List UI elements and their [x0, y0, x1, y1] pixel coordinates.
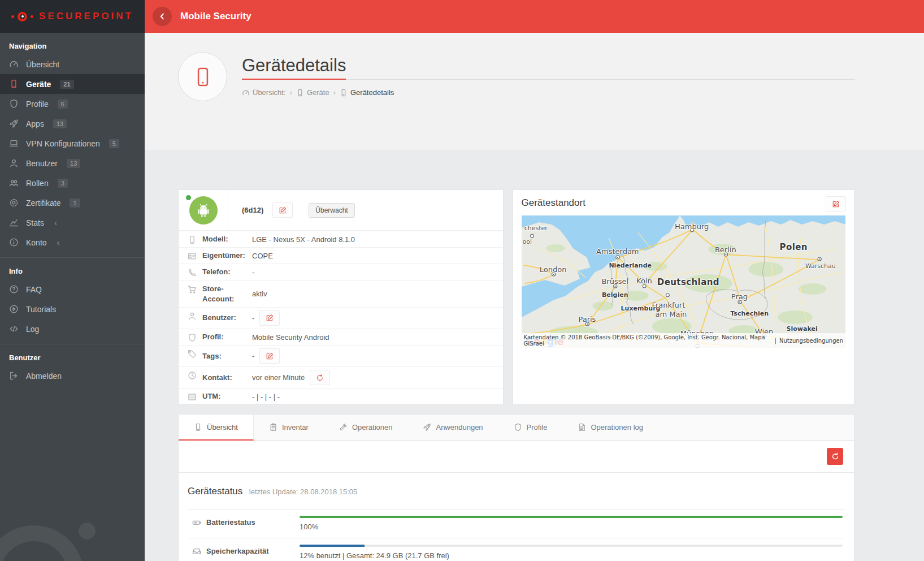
chart-icon: [9, 218, 19, 227]
device-avatar-cell: [179, 190, 228, 230]
sidebar-item-uebersicht[interactable]: Übersicht: [0, 54, 145, 74]
map-label: Frankfurt: [652, 300, 685, 309]
sidebar-item-abmelden[interactable]: Abmelden: [0, 366, 145, 386]
shield-icon: [514, 423, 522, 431]
sidebar-item-konto[interactable]: Konto ‹: [0, 232, 145, 252]
chevron-left-icon: ‹: [54, 218, 57, 227]
sidebar-item-apps[interactable]: Apps 13: [0, 114, 145, 133]
map-label: Warschau: [805, 262, 836, 269]
map-label: ool: [523, 238, 532, 245]
edit-icon: [266, 352, 274, 360]
map-label: Niederlande: [609, 261, 652, 269]
breadcrumb-separator: [333, 88, 336, 97]
map-label: am Main: [656, 310, 687, 318]
storage-progress-fill: [300, 545, 365, 547]
tab-panel-uebersicht: Gerätestatus letztes Update: 28.08.2018 …: [178, 441, 854, 561]
page-header: Gerätedetails Übersicht: Geräte Gerätede…: [145, 33, 924, 150]
device-row-eigentuemer: Eigentümer: COPE: [179, 247, 503, 264]
refresh-contact-button[interactable]: [310, 370, 330, 385]
sidebar-item-log[interactable]: Log: [0, 319, 145, 339]
refresh-icon: [831, 452, 839, 460]
device-location-card: Gerätestandort: [513, 189, 855, 405]
battery-progress-track: [300, 516, 843, 518]
code-icon: [9, 324, 19, 334]
edit-icon: [279, 206, 287, 214]
logo-dot-icon: [11, 15, 14, 18]
sidebar-item-rollen[interactable]: Rollen 3: [0, 173, 145, 193]
securepoint-watermark: [0, 490, 120, 561]
tab-inventar[interactable]: Inventar: [254, 415, 324, 440]
device-row-utm: UTM: - | - | - | -: [179, 388, 503, 404]
device-row-profil: Profil: Mobile Security Android: [179, 329, 503, 345]
sidebar-item-profile[interactable]: Profile 6: [0, 94, 145, 114]
map-attribution: Kartendaten © 2018 GeoBasis-DE/BKG (©200…: [522, 333, 846, 348]
file-text-icon: [578, 423, 586, 431]
gauge-icon: [242, 89, 250, 97]
sidebar-item-tutorials[interactable]: Tutorials: [0, 299, 145, 319]
sidebar-item-stats[interactable]: Stats ‹: [0, 213, 145, 232]
map-label: Tschechien: [730, 310, 769, 317]
device-info-card: (6d12) Überwacht Modell: LGE - Nexus 5X …: [178, 189, 504, 405]
device-status-section: Gerätestatus letztes Update: 28.08.2018 …: [179, 473, 854, 561]
map-label: chester: [524, 225, 548, 232]
storage-icon: [192, 547, 201, 556]
sidebar-item-geraete[interactable]: Geräte 21: [0, 74, 145, 94]
sidebar-item-zertifikate[interactable]: Zertifikate 1: [0, 193, 145, 213]
logo-ring-icon: [18, 12, 27, 21]
device-row-store-account: Store-Account: aktiv: [179, 280, 503, 307]
cart-icon: [188, 285, 197, 294]
user-section-title: Benutzer: [0, 344, 145, 366]
breadcrumb-geraete[interactable]: Geräte: [296, 88, 329, 97]
count-badge: 1: [70, 198, 80, 208]
count-badge: 3: [58, 179, 68, 188]
sidebar-item-faq[interactable]: FAQ: [0, 279, 145, 299]
device-detail-tabs: Übersicht Inventar Operationen Anwendung…: [178, 414, 854, 561]
status-heading: Gerätestatus: [188, 486, 242, 497]
map-label: Belgien: [602, 291, 628, 299]
back-button[interactable]: [153, 7, 172, 26]
tab-anwendungen[interactable]: Anwendungen: [407, 415, 498, 440]
info-section-title: Info: [0, 258, 145, 279]
count-badge: 13: [53, 119, 67, 128]
sidebar: SECUREPOINT Navigation Übersicht Geräte …: [0, 0, 145, 561]
laptop-icon: [9, 139, 19, 148]
user-icon: [9, 158, 19, 168]
google-map[interactable]: chester ool Hamburg Berlin Polen Amsterd…: [522, 215, 846, 348]
breadcrumb-uebersicht[interactable]: Übersicht:: [242, 88, 286, 97]
sidebar-item-benutzer[interactable]: Benutzer 13: [0, 153, 145, 173]
status-updated: letztes Update: 28.08.2018 15:05: [249, 487, 358, 496]
logo-wordmark: SECUREPOINT: [39, 11, 133, 22]
edit-tags-button[interactable]: [259, 348, 280, 364]
rocket-icon: [9, 119, 19, 128]
device-summary: (6d12) Überwacht: [179, 190, 503, 231]
device-id: (6d12): [242, 206, 263, 214]
refresh-status-button[interactable]: [827, 448, 843, 465]
monitored-badge: Überwacht: [309, 203, 354, 218]
page-title: Gerätedetails: [242, 55, 854, 80]
securepoint-logo[interactable]: SECUREPOINT: [0, 0, 145, 33]
tab-operationen[interactable]: Operationen: [324, 415, 408, 440]
tab-bar: Übersicht Inventar Operationen Anwendung…: [178, 414, 854, 441]
tab-profile[interactable]: Profile: [498, 415, 563, 440]
edit-user-button[interactable]: [259, 310, 280, 326]
edit-location-button[interactable]: [826, 196, 846, 212]
storage-value: 12% benutzt | Gesamt: 24.9 GB (21.7 GB f…: [300, 551, 843, 560]
status-row-batteriestatus: Batteriestatus 100%: [188, 509, 845, 538]
terms-link[interactable]: Nutzungsbedingungen: [779, 338, 843, 344]
main-content: Gerätedetails Übersicht: Geräte Gerätede…: [145, 33, 924, 561]
count-badge: 5: [109, 139, 119, 148]
topbar: Mobile Security: [145, 0, 924, 33]
device-row-telefon: Telefon: -: [179, 264, 503, 280]
smartphone-icon: [188, 235, 197, 244]
sidebar-item-vpn-konfigurationen[interactable]: VPN Konfigurationen 5: [0, 133, 145, 153]
tab-uebersicht[interactable]: Übersicht: [179, 415, 254, 441]
shield-icon: [188, 333, 197, 342]
map-label: Deutschland: [657, 277, 719, 287]
battery-value: 100%: [300, 523, 843, 531]
tab-operationen-log[interactable]: Operationen log: [562, 415, 658, 440]
gauge-icon: [9, 59, 19, 69]
count-badge: 13: [67, 159, 80, 168]
breadcrumb-current: Gerätedetails: [340, 88, 394, 97]
android-avatar: [189, 196, 218, 225]
edit-device-name-button[interactable]: [272, 202, 293, 218]
